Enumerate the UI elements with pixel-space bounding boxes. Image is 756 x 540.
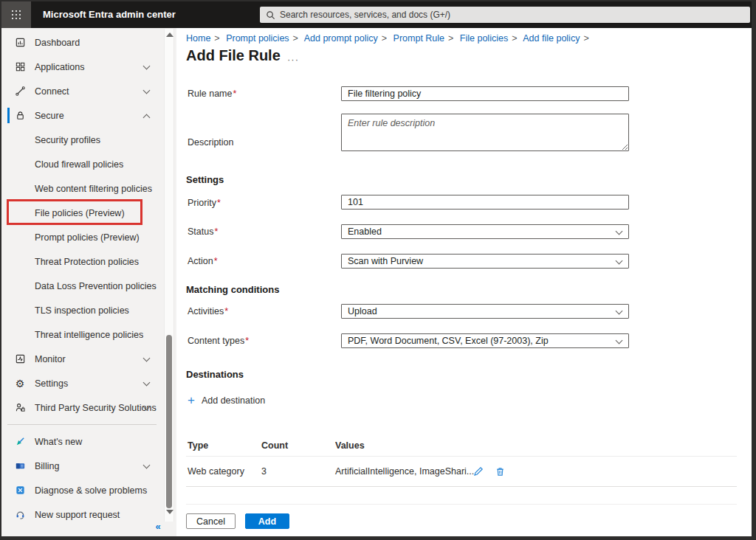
monitor-icon — [14, 353, 26, 365]
app-window: Microsoft Entra admin center Dashboard A… — [0, 0, 756, 540]
sidebar-item-new-support-request[interactable]: New support request — [1, 502, 162, 527]
sidebar-item-billing[interactable]: Billing — [1, 454, 162, 478]
content-types-dropdown[interactable]: PDF, Word Document, CSV, Excel (97-2003)… — [341, 333, 629, 348]
description-label: Description — [188, 137, 234, 148]
waffle-icon — [12, 10, 13, 12]
breadcrumb-add-prompt-policy[interactable]: Add prompt policy — [304, 33, 378, 44]
sidebar-nav: Dashboard Applications Connect Secure — [1, 28, 176, 536]
edit-button[interactable] — [472, 465, 484, 477]
connect-icon — [14, 86, 26, 97]
description-textarea[interactable] — [341, 114, 629, 151]
sidebar-item-web-content-filtering-policies[interactable]: Web content filtering policies — [1, 176, 162, 201]
chevron-down-icon — [143, 87, 151, 94]
chevron-down-icon — [616, 308, 623, 315]
sidebar-item-third-party-security-solutions[interactable]: Third Party Security Solutions — [1, 395, 162, 420]
global-search[interactable] — [260, 7, 750, 23]
breadcrumb-prompt-rule[interactable]: Prompt Rule — [394, 33, 444, 44]
add-button[interactable]: Add — [245, 513, 289, 529]
destinations-table-header: Type Count Values — [186, 435, 737, 457]
diagnose-icon — [14, 485, 26, 496]
pencil-icon — [472, 465, 484, 477]
top-bar: Microsoft Entra admin center — [1, 1, 752, 28]
gear-icon: ⚙ — [14, 378, 26, 390]
page-title: Add File Rule — [186, 47, 281, 64]
status-dropdown[interactable]: Enabled — [341, 224, 629, 239]
active-section-accent — [7, 108, 10, 123]
sidebar-collapse-button[interactable]: « — [149, 521, 167, 534]
chevron-down-icon — [143, 63, 151, 70]
sidebar-item-secure[interactable]: Secure — [1, 103, 162, 128]
people-lock-icon — [14, 402, 26, 414]
column-type: Type — [188, 440, 208, 451]
breadcrumb-add-file-policy[interactable]: Add file policy — [523, 33, 580, 44]
headset-icon — [14, 509, 26, 521]
scroll-up-arrow-icon[interactable] — [166, 32, 173, 37]
sidebar-divider — [7, 424, 157, 425]
sidebar-item-file-policies[interactable]: File policies (Preview) — [1, 201, 162, 225]
sidebar-item-threat-intelligence-policies[interactable]: Threat intelligence policies — [1, 322, 162, 347]
whats-new-icon — [14, 436, 26, 448]
sidebar-item-monitor[interactable]: Monitor — [1, 347, 162, 371]
chevron-down-icon — [143, 462, 151, 469]
sidebar-item-diagnose-solve-problems[interactable]: Diagnose & solve problems — [1, 478, 162, 502]
sidebar-item-whats-new[interactable]: What's new — [1, 429, 162, 454]
chevron-down-icon — [616, 257, 623, 265]
cancel-button[interactable]: Cancel — [186, 513, 236, 529]
status-label: Status* — [188, 226, 218, 237]
sidebar-item-tls-inspection-policies[interactable]: TLS inspection policies — [1, 298, 162, 322]
breadcrumb: Home> Prompt policies> Add prompt policy… — [186, 33, 593, 44]
settings-heading: Settings — [186, 174, 224, 185]
sidebar-item-security-profiles[interactable]: Security profiles — [1, 128, 162, 152]
row-type: Web category — [188, 466, 244, 477]
search-input[interactable] — [280, 10, 750, 20]
chevron-down-icon — [143, 379, 151, 387]
chevron-up-icon — [143, 114, 151, 122]
sidebar-item-settings[interactable]: ⚙ Settings — [1, 371, 162, 395]
footer-divider — [186, 504, 737, 505]
trash-icon — [495, 465, 506, 477]
activities-dropdown[interactable]: Upload — [341, 304, 629, 319]
rule-name-input[interactable] — [341, 86, 629, 101]
sidebar-item-threat-protection-policies[interactable]: Threat Protection policies — [1, 249, 162, 274]
chevron-down-icon — [616, 228, 623, 235]
column-values: Values — [335, 440, 365, 451]
column-count: Count — [261, 440, 288, 451]
plus-icon: + — [188, 395, 195, 406]
add-destination-button[interactable]: + Add destination — [188, 395, 265, 406]
matching-conditions-heading: Matching conditions — [186, 284, 279, 295]
breadcrumb-prompt-policies[interactable]: Prompt policies — [226, 33, 289, 44]
destinations-heading: Destinations — [186, 369, 244, 380]
chevron-down-icon — [143, 355, 151, 362]
sidebar-item-cloud-firewall-policies[interactable]: Cloud firewall policies — [1, 152, 162, 176]
sidebar-item-dlp-policies[interactable]: Data Loss Prevention policies — [1, 274, 162, 298]
action-dropdown[interactable]: Scan with Purview — [341, 254, 629, 269]
applications-icon — [14, 61, 26, 73]
table-row[interactable]: Web category 3 ArtificialIntelligence, I… — [186, 457, 737, 487]
more-options-button[interactable]: ··· — [287, 54, 299, 65]
sidebar-item-connect[interactable]: Connect — [1, 79, 162, 103]
sidebar-item-prompt-policies[interactable]: Prompt policies (Preview) — [1, 225, 162, 249]
breadcrumb-file-policies[interactable]: File policies — [460, 33, 508, 44]
lock-icon — [14, 110, 26, 122]
breadcrumb-home[interactable]: Home — [186, 33, 210, 44]
delete-button[interactable] — [495, 465, 506, 477]
main-content: Home> Prompt policies> Add prompt policy… — [176, 28, 752, 536]
activities-label: Activities* — [188, 306, 228, 316]
row-values: ArtificialIntelligence, ImageShari... — [335, 466, 474, 477]
content-types-label: Content types* — [188, 336, 249, 346]
dashboard-icon — [14, 37, 26, 49]
app-launcher-button[interactable] — [1, 1, 31, 28]
chevron-down-icon — [616, 337, 623, 345]
row-count: 3 — [261, 466, 267, 477]
sidebar-scrollbar[interactable] — [164, 29, 174, 522]
scrollbar-thumb[interactable] — [166, 335, 172, 508]
portal-title: Microsoft Entra admin center — [43, 1, 176, 28]
billing-icon — [14, 460, 26, 472]
sidebar-item-applications[interactable]: Applications — [1, 55, 162, 79]
rule-name-label: Rule name* — [188, 89, 236, 99]
sidebar-item-dashboard[interactable]: Dashboard — [1, 30, 162, 55]
scroll-down-arrow-icon[interactable] — [166, 510, 173, 514]
priority-input[interactable] — [341, 195, 629, 210]
priority-label: Priority* — [188, 198, 221, 208]
action-label: Action* — [188, 256, 218, 266]
